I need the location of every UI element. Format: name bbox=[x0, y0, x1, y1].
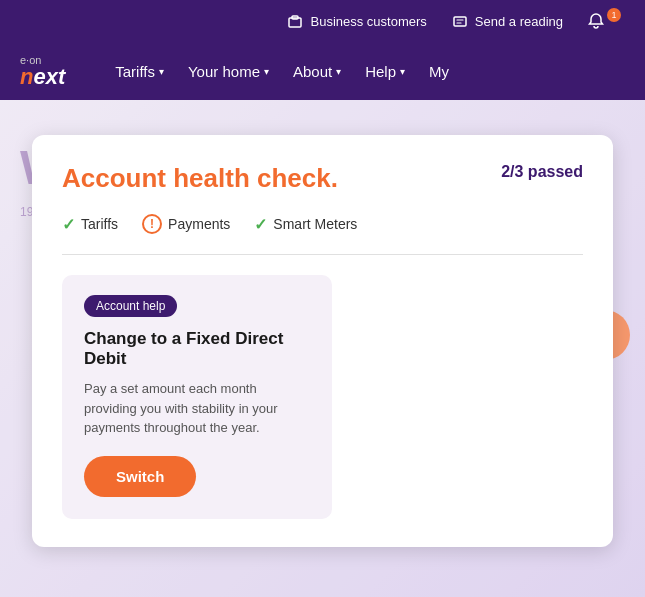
business-customers-label: Business customers bbox=[310, 14, 426, 29]
nav-item-your-home[interactable]: Your home ▾ bbox=[178, 55, 279, 88]
logo-main-text: next bbox=[20, 66, 65, 88]
nav-bar: e·on next Tariffs ▾ Your home ▾ About ▾ … bbox=[0, 42, 645, 100]
check-ok-icon: ✓ bbox=[254, 215, 267, 234]
check-smart-meters-label: Smart Meters bbox=[273, 216, 357, 232]
nav-item-tariffs[interactable]: Tariffs ▾ bbox=[105, 55, 174, 88]
action-title: Change to a Fixed Direct Debit bbox=[84, 329, 310, 369]
svg-rect-2 bbox=[454, 17, 466, 26]
business-customers-link[interactable]: Business customers bbox=[286, 12, 426, 30]
check-warn-icon: ! bbox=[142, 214, 162, 234]
action-tag: Account help bbox=[84, 295, 177, 317]
check-payments: ! Payments bbox=[142, 214, 230, 234]
check-smart-meters: ✓ Smart Meters bbox=[254, 215, 357, 234]
nav-item-help[interactable]: Help ▾ bbox=[355, 55, 415, 88]
nav-item-about[interactable]: About ▾ bbox=[283, 55, 351, 88]
modal-score: 2/3 passed bbox=[501, 163, 583, 181]
action-card: Account help Change to a Fixed Direct De… bbox=[62, 275, 332, 519]
check-tariffs-label: Tariffs bbox=[81, 216, 118, 232]
notification-badge: 1 bbox=[607, 8, 621, 22]
action-description: Pay a set amount each month providing yo… bbox=[84, 379, 310, 438]
send-reading-link[interactable]: Send a reading bbox=[451, 12, 563, 30]
nav-item-my[interactable]: My bbox=[419, 55, 459, 88]
check-ok-icon: ✓ bbox=[62, 215, 75, 234]
nav-tariffs-label: Tariffs bbox=[115, 63, 155, 80]
send-reading-icon bbox=[451, 12, 469, 30]
modal-checks: ✓ Tariffs ! Payments ✓ Smart Meters bbox=[62, 214, 583, 234]
logo[interactable]: e·on next bbox=[20, 55, 65, 88]
nav-about-label: About bbox=[293, 63, 332, 80]
chevron-down-icon: ▾ bbox=[400, 66, 405, 77]
notification-bell[interactable]: 1 bbox=[587, 12, 625, 30]
nav-help-label: Help bbox=[365, 63, 396, 80]
nav-my-label: My bbox=[429, 63, 449, 80]
switch-button[interactable]: Switch bbox=[84, 456, 196, 497]
send-reading-label: Send a reading bbox=[475, 14, 563, 29]
chevron-down-icon: ▾ bbox=[264, 66, 269, 77]
top-bar: Business customers Send a reading 1 bbox=[0, 0, 645, 42]
check-payments-label: Payments bbox=[168, 216, 230, 232]
modal-title: Account health check. bbox=[62, 163, 338, 194]
nav-items: Tariffs ▾ Your home ▾ About ▾ Help ▾ My bbox=[105, 55, 625, 88]
modal-divider bbox=[62, 254, 583, 255]
account-health-modal: Account health check. 2/3 passed ✓ Tarif… bbox=[32, 135, 613, 547]
modal-header: Account health check. 2/3 passed bbox=[62, 163, 583, 194]
chevron-down-icon: ▾ bbox=[336, 66, 341, 77]
check-tariffs: ✓ Tariffs bbox=[62, 215, 118, 234]
nav-your-home-label: Your home bbox=[188, 63, 260, 80]
business-icon bbox=[286, 12, 304, 30]
chevron-down-icon: ▾ bbox=[159, 66, 164, 77]
bell-icon bbox=[587, 12, 605, 30]
